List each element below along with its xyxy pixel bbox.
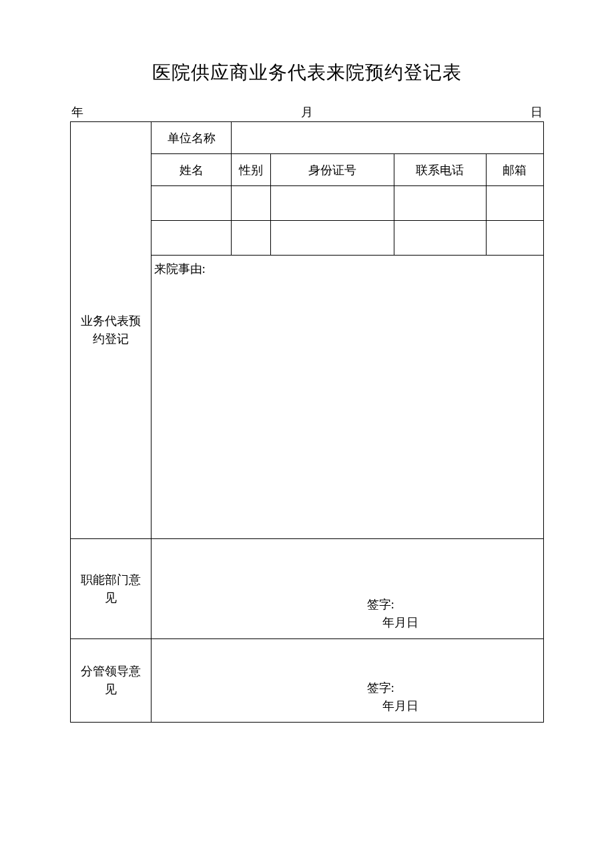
dept-date-label: 年月日 (258, 614, 543, 632)
row2-phone (394, 221, 486, 256)
dept-opinion-content: 签字: 年月日 (151, 539, 543, 639)
header-email: 邮箱 (486, 154, 543, 186)
date-day-label: 日 (531, 104, 543, 120)
row1-name (151, 186, 232, 221)
header-phone: 联系电话 (394, 154, 486, 186)
row2-gender (232, 221, 270, 256)
header-id: 身份证号 (270, 154, 394, 186)
header-name: 姓名 (151, 154, 232, 186)
reason-cell: 来院事由: (151, 256, 543, 539)
page-title: 医院供应商业务代表来院预约登记表 (70, 60, 544, 85)
registration-side-label: 业务代表预约登记 (71, 122, 151, 539)
row2-email (486, 221, 543, 256)
leader-sign-label: 签字: (218, 679, 543, 697)
date-year-label: 年 (71, 104, 83, 120)
row1-gender (232, 186, 270, 221)
date-month-label: 月 (83, 104, 531, 120)
leader-date-label: 年月日 (258, 697, 543, 715)
row1-email (486, 186, 543, 221)
leader-opinion-label: 分管领导意见 (71, 639, 151, 723)
header-gender: 性别 (232, 154, 270, 186)
row2-id (270, 221, 394, 256)
date-row: 年 月 日 (70, 104, 544, 120)
unit-name-value (232, 122, 544, 154)
row2-name (151, 221, 232, 256)
row1-phone (394, 186, 486, 221)
dept-sign-label: 签字: (218, 596, 543, 614)
row1-id (270, 186, 394, 221)
leader-opinion-content: 签字: 年月日 (151, 639, 543, 723)
registration-table: 业务代表预约登记 单位名称 姓名 性别 身份证号 联系电话 邮箱 来院事由: 职… (70, 121, 544, 723)
unit-name-label: 单位名称 (151, 122, 232, 154)
dept-opinion-label: 职能部门意见 (71, 539, 151, 639)
